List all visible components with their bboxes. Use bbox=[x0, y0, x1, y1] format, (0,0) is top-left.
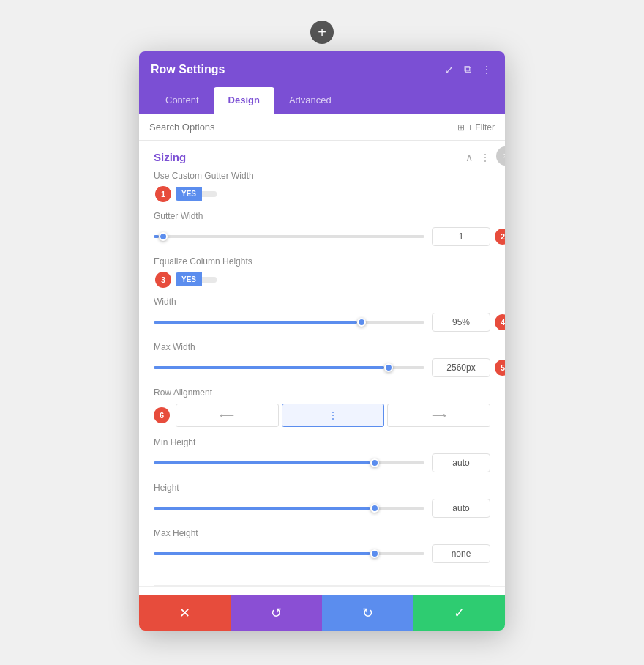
content-area: Sizing ∧ ⋮ Use Custom Gutter Width 1 bbox=[139, 141, 505, 595]
undo-button[interactable]: ↺ bbox=[231, 595, 322, 631]
badge-4: 4 bbox=[495, 314, 505, 330]
min-height-label: Min Height bbox=[154, 437, 490, 447]
expand-icon-button[interactable]: ⤢ bbox=[443, 62, 455, 77]
menu-icon-button[interactable]: ⋮ bbox=[480, 62, 493, 77]
redo-icon: ↻ bbox=[362, 605, 373, 621]
tab-design[interactable]: Design bbox=[214, 87, 274, 114]
badge-6: 6 bbox=[154, 407, 170, 423]
width-slider-row: 95% 4 bbox=[154, 313, 490, 332]
dots-menu-icon: ⋮ bbox=[482, 64, 492, 75]
max-height-track bbox=[154, 552, 424, 555]
max-height-thumb[interactable] bbox=[370, 549, 379, 558]
search-bar: ⊞ + Filter bbox=[139, 114, 505, 141]
equalize-no-toggle[interactable] bbox=[202, 277, 217, 283]
min-height-thumb[interactable] bbox=[370, 458, 379, 467]
max-width-thumb[interactable] bbox=[384, 363, 393, 372]
max-height-row: Max Height none bbox=[154, 528, 490, 563]
chevron-up-icon: ∧ bbox=[465, 152, 473, 163]
height-fill bbox=[154, 507, 370, 510]
tab-content[interactable]: Content bbox=[151, 87, 214, 114]
search-input[interactable] bbox=[149, 122, 452, 133]
align-right-icon: ⟶ bbox=[432, 409, 446, 421]
row-alignment-row: Row Alignment 6 ⟵ ⋮ ⟶ bbox=[154, 387, 490, 427]
use-custom-gutter-width-toggle: 1 YES bbox=[176, 187, 490, 201]
cancel-button[interactable]: ✕ bbox=[139, 595, 231, 631]
three-dots-icon: ⋮ bbox=[480, 152, 490, 163]
plus-icon: + bbox=[318, 25, 326, 40]
columns-icon: ⧉ bbox=[464, 63, 471, 75]
height-value-container: auto bbox=[432, 499, 490, 518]
min-height-fill bbox=[154, 461, 370, 464]
badge-3: 3 bbox=[155, 272, 171, 288]
filter-button[interactable]: ⊞ + Filter bbox=[457, 122, 495, 133]
save-button[interactable]: ✓ bbox=[413, 595, 505, 631]
custom-gutter-yes-toggle[interactable]: YES bbox=[176, 187, 202, 201]
gutter-width-track bbox=[154, 235, 424, 238]
min-height-track bbox=[154, 461, 424, 464]
height-row: Height auto bbox=[154, 483, 490, 518]
align-left-button[interactable]: ⟵ bbox=[176, 404, 279, 427]
equalize-column-heights-label: Equalize Column Heights bbox=[154, 256, 490, 267]
gutter-width-slider-row: 1 2 bbox=[154, 227, 490, 246]
page-wrapper: + Row Settings ⤢ ⧉ ⋮ Content Design Adva… bbox=[0, 15, 644, 665]
gutter-width-value-container: 1 2 bbox=[432, 227, 490, 246]
badge-5: 5 bbox=[495, 360, 505, 376]
footer-buttons: ✕ ↺ ↻ ✓ bbox=[139, 595, 505, 631]
equalize-column-heights-row: Equalize Column Heights 3 YES bbox=[154, 256, 490, 286]
max-width-track bbox=[154, 366, 424, 369]
tab-advanced[interactable]: Advanced bbox=[274, 87, 346, 114]
width-label: Width bbox=[154, 297, 490, 307]
gutter-width-thumb[interactable] bbox=[159, 232, 168, 241]
width-thumb[interactable] bbox=[357, 318, 366, 327]
max-width-fill bbox=[154, 366, 384, 369]
cancel-icon: ✕ bbox=[179, 605, 190, 621]
modal-header: Row Settings ⤢ ⧉ ⋮ bbox=[139, 51, 505, 87]
height-value: auto bbox=[432, 499, 490, 518]
max-width-value: 2560px bbox=[432, 358, 490, 377]
sizing-section-title: Sizing bbox=[154, 151, 186, 163]
max-height-label: Max Height bbox=[154, 528, 490, 538]
sizing-section-header: Sizing ∧ ⋮ bbox=[154, 141, 490, 171]
filter-icon: ⊞ bbox=[457, 122, 465, 133]
gutter-width-value: 1 bbox=[432, 227, 490, 246]
gutter-width-label: Gutter Width bbox=[154, 211, 490, 221]
max-height-fill bbox=[154, 552, 370, 555]
min-height-value-container: auto bbox=[432, 453, 490, 472]
max-width-value-container: 2560px 5 bbox=[432, 358, 490, 377]
equalize-column-heights-toggle: 3 YES bbox=[176, 272, 490, 286]
row-alignment-label: Row Alignment bbox=[154, 387, 490, 398]
align-center-icon: ⋮ bbox=[328, 409, 338, 421]
spacing-section[interactable]: Spacing ∨ bbox=[139, 586, 505, 595]
max-width-row: Max Width 2560px 5 bbox=[154, 342, 490, 377]
max-height-slider-row: none bbox=[154, 544, 490, 563]
header-icons: ⤢ ⧉ ⋮ bbox=[443, 62, 493, 77]
width-value-container: 95% 4 bbox=[432, 313, 490, 332]
height-slider-row: auto bbox=[154, 499, 490, 518]
align-center-button[interactable]: ⋮ bbox=[282, 404, 385, 427]
sizing-section: Sizing ∧ ⋮ Use Custom Gutter Width 1 bbox=[139, 141, 505, 585]
align-right-button[interactable]: ⟶ bbox=[387, 404, 490, 427]
max-height-value: none bbox=[432, 544, 490, 563]
badge-1: 1 bbox=[155, 186, 171, 202]
equalize-yes-toggle[interactable]: YES bbox=[176, 272, 202, 286]
max-height-value-container: none bbox=[432, 544, 490, 563]
tabs-bar: Content Design Advanced bbox=[139, 87, 505, 114]
redo-button[interactable]: ↻ bbox=[322, 595, 413, 631]
row-alignment-container: 6 ⟵ ⋮ ⟶ bbox=[154, 404, 490, 427]
max-width-label: Max Width bbox=[154, 342, 490, 352]
sizing-more-button[interactable]: ⋮ bbox=[480, 152, 490, 163]
height-track bbox=[154, 507, 424, 510]
save-icon: ✓ bbox=[454, 605, 465, 621]
width-track bbox=[154, 321, 424, 324]
sizing-section-controls: ∧ ⋮ bbox=[465, 152, 490, 163]
add-button[interactable]: + bbox=[310, 21, 334, 44]
height-thumb[interactable] bbox=[370, 504, 379, 513]
width-row: Width 95% 4 bbox=[154, 297, 490, 332]
custom-gutter-no-toggle[interactable] bbox=[202, 191, 217, 197]
columns-icon-button[interactable]: ⧉ bbox=[463, 62, 473, 77]
use-custom-gutter-width-row: Use Custom Gutter Width 1 YES bbox=[154, 171, 490, 201]
sizing-collapse-button[interactable]: ∧ bbox=[465, 152, 473, 163]
use-custom-gutter-width-label: Use Custom Gutter Width bbox=[154, 171, 490, 181]
height-label: Height bbox=[154, 483, 490, 493]
align-left-icon: ⟵ bbox=[220, 409, 234, 421]
